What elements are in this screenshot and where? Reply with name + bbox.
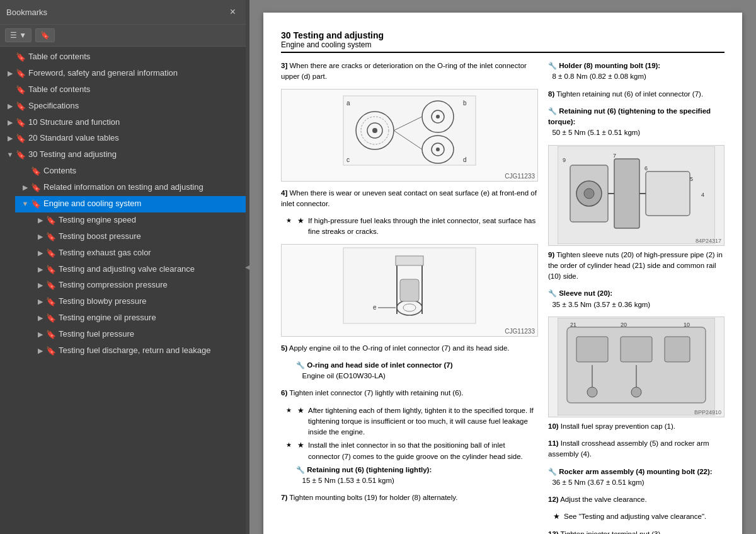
toggle-icon[interactable]: ▶ [35,264,45,274]
svg-point-14 [436,148,440,151]
toggle-icon[interactable]: ▼ [20,199,30,208]
toggle-icon[interactable]: ▶ [35,215,45,224]
right-step-13: 13) Tighten injector terminal nut (3). [548,529,724,535]
step-6-bullet2: ★ Install the inlet connector in so that… [286,440,538,462]
bookmark-flag-icon: 🔖 [45,345,57,357]
toggle-icon[interactable]: ▶ [35,313,45,322]
bookmark-label: Table of contents [26,84,242,95]
right-step-12: 12) Adjust the valve clearance. [548,494,724,505]
bookmark-label: 30 Testing and adjusting [26,149,242,160]
bookmark-item-engine[interactable]: ▼ 🔖 Engine and cooling system [15,196,246,212]
bookmark-label: 20 Standard value tables [26,133,242,144]
doc-content: 3] When there are cracks or deterioratio… [281,61,724,534]
bookmark-label: Testing exhaust gas color [57,248,242,258]
step-3: 3] When there are cracks or deterioratio… [281,61,538,83]
bookmarks-title: Bookmarks [6,8,47,17]
bookmark-item-boost[interactable]: ▶ 🔖 Testing boost pressure [30,229,246,245]
bookmark-flag-icon: 🔖 [15,68,26,79]
bookmark-label: Testing and adjusting valve clearance [57,264,242,275]
bookmark-flag-icon: 🔖 [45,248,57,259]
svg-text:b: b [463,100,467,107]
bookmark-item-fuelpres[interactable]: ▶ 🔖 Testing fuel pressure [30,327,246,343]
step-4-bullet: ★ If high-pressure fuel leaks through th… [286,216,538,238]
svg-text:7: 7 [613,153,616,159]
bullet-text: Install the inlet connector in so that t… [308,440,538,462]
toggle-icon[interactable]: ▶ [35,231,45,241]
bookmark-item-discharge[interactable]: ▶ 🔖 Testing fuel discharge, return and l… [30,343,246,359]
bookmark-flag-icon: 🔖 [45,215,57,226]
bookmark-item-structure[interactable]: ▶ 🔖 10 Structure and function [0,115,246,131]
svg-rect-28 [614,159,639,228]
list-view-button[interactable]: ☰ ▼ [5,28,32,42]
bookmark-label: Contents [42,166,242,177]
bookmark-label: Specifications [26,101,242,112]
bookmark-item-testing[interactable]: ▼ 🔖 30 Testing and adjusting [0,147,246,163]
right-step-12-bullet: ★ See "Testing and adjusting valve clear… [553,511,724,522]
close-button[interactable]: × [226,5,239,19]
bookmark-item-eng-speed[interactable]: ▶ 🔖 Testing engine speed [30,212,246,229]
doc-left-column: 3] When there are cracks or deterioratio… [281,61,538,534]
right-step-9-tool: 🔧 Sleeve nut (20): 35 ± 3.5 Nm (3.57 ± 0… [548,288,724,310]
bookmark-item-toc1[interactable]: ▶ 🔖 Table of contents [0,49,246,66]
bookmark-item-blowby[interactable]: ▶ 🔖 Testing blowby pressure [30,294,246,310]
svg-text:9: 9 [563,157,566,163]
bookmark-item-compression[interactable]: ▶ 🔖 Testing compression pressure [30,277,246,294]
bookmark-flag-icon: 🔖 [15,101,26,112]
bookmarks-header: Bookmarks × [0,0,246,25]
right-step-holder: 🔧 Holder (8) mounting bolt (19): 8 ± 0.8… [548,61,724,83]
bookmark-add-button[interactable]: 🔖 [35,28,55,42]
bookmark-item-related[interactable]: ▶ 🔖 Related information on testing and a… [15,180,246,196]
diagram-2-svg: e [340,245,479,327]
toggle-icon[interactable]: ▶ [35,280,45,289]
right-step-11: 11) Install crosshead assembly (5) and r… [548,438,724,460]
toggle-icon[interactable]: ▶ [35,329,45,339]
toolbar-row: ☰ ▼ 🔖 [0,25,246,47]
toggle-icon[interactable]: ▶ [35,345,45,355]
bookmarks-tree[interactable]: ▶ 🔖 Table of contents ▶ 🔖 Foreword, safe… [0,47,246,534]
toggle-icon[interactable]: ▶ [35,248,45,257]
toggle-icon[interactable]: ▶ [5,68,15,78]
bookmark-label: Engine and cooling system [42,199,242,209]
toggle-icon[interactable]: ▶ [35,296,45,306]
bookmark-label: Testing boost pressure [57,231,242,242]
doc-right-column: 🔧 Holder (8) mounting bolt (19): 8 ± 0.8… [548,61,724,534]
bookmark-label: 10 Structure and function [26,117,242,128]
bookmark-item-oilpres[interactable]: ▶ 🔖 Testing engine oil pressure [30,310,246,327]
svg-point-7 [372,128,377,133]
bookmarks-panel: Bookmarks × ☰ ▼ 🔖 ▶ 🔖 Table of contents … [0,0,246,534]
diagram-1-label: CJG11233 [282,171,537,181]
toggle-icon[interactable]: ▶ [5,117,15,127]
bookmark-flag-icon: 🔖 [15,117,26,129]
svg-text:21: 21 [570,322,576,328]
star-icon: ★ [297,405,304,438]
bookmark-item-specs[interactable]: ▶ 🔖 Specifications [0,98,246,115]
bookmark-item-exhaust[interactable]: ▶ 🔖 Testing exhaust gas color [30,245,246,262]
toggle-icon[interactable]: ▶ [5,133,15,142]
right-diagram-2: 21 20 10 BPP24910 [548,316,724,417]
svg-rect-41 [576,337,608,362]
star-icon: ★ [297,440,304,462]
bullet-text: If high-pressure fuel leaks through the … [308,216,538,238]
bookmark-item-valve[interactable]: ▶ 🔖 Testing and adjusting valve clearanc… [30,262,246,278]
bookmark-flag-icon: 🔖 [15,149,26,161]
right-diagram-1: 9 7 6 5 4 84P24317 [548,145,724,246]
toggle-icon[interactable]: ▶ [5,101,15,110]
bookmark-item-contents[interactable]: ▶ 🔖 Contents [15,163,246,180]
step-6-tool: 🔧 Retaining nut (6) (tightening lightly)… [296,465,538,487]
svg-rect-22 [396,256,423,265]
toggle-icon[interactable]: ▼ [5,149,15,159]
bookmark-label: Testing fuel pressure [57,329,242,340]
page-header-sub: Engine and cooling system [281,40,724,49]
diagram-2-label: CJG11233 [282,327,537,336]
svg-point-11 [436,115,440,119]
bookmark-item-foreword[interactable]: ▶ 🔖 Foreword, safety and general informa… [0,66,246,82]
diagram-1-svg: a b c d [340,93,479,168]
step-7: 7) Tighten mounting bolts (19) for holde… [281,492,538,503]
bookmark-item-toc2[interactable]: ▶ 🔖 Table of contents [0,82,246,98]
svg-text:10: 10 [684,322,690,328]
bookmark-flag-icon: 🔖 [30,199,42,210]
bookmark-flag-icon: 🔖 [30,166,42,177]
toggle-icon[interactable]: ▶ [20,182,30,192]
bookmark-item-standard[interactable]: ▶ 🔖 20 Standard value tables [0,131,246,147]
bookmark-flag-icon: 🔖 [45,231,57,243]
